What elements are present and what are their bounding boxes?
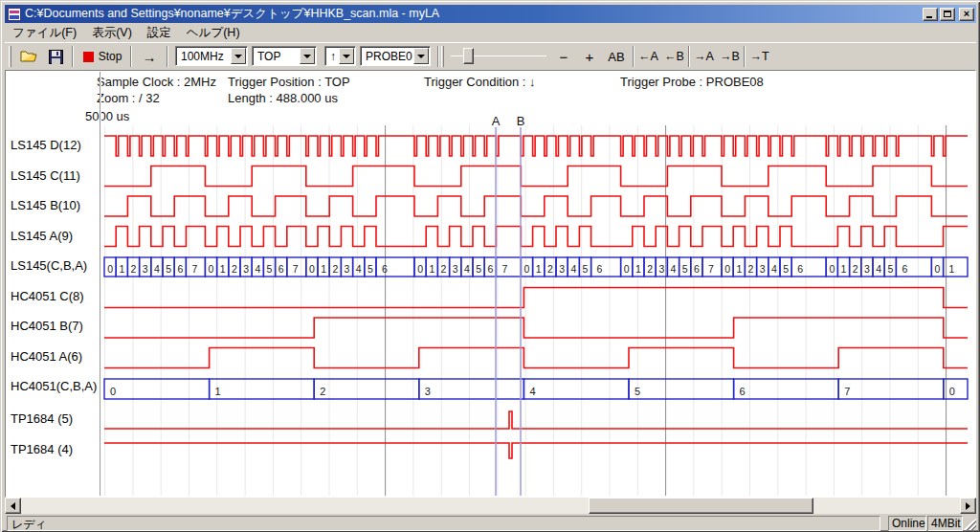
bus-ls145-value: 7 xyxy=(191,263,197,275)
bus-ls145-value: 5 xyxy=(166,263,171,275)
bus-ls145-value: 6 xyxy=(487,263,493,275)
bus-ls145-value: 2 xyxy=(332,263,338,275)
bus-ls145-value: 4 xyxy=(464,263,470,275)
bus-hc4051-value: 1 xyxy=(215,386,221,397)
trace-hc4051-c xyxy=(104,288,968,308)
bus-ls145-value: 0 xyxy=(417,263,423,275)
bus-ls145-value: 1 xyxy=(635,263,641,275)
bus-ls145-value: 4 xyxy=(671,263,677,275)
bus-ls145-value: 1 xyxy=(736,263,742,275)
bus-ls145-value: 7 xyxy=(501,263,507,275)
bus-ls145-value: 5 xyxy=(583,263,589,275)
status-bar: レディ Online 4MBit xyxy=(5,516,976,531)
bus-ls145-value: 3 xyxy=(143,263,148,275)
bus-ls145-value: 7 xyxy=(293,263,299,275)
waveform-display[interactable]: 0123456701234567012345601234567012345601… xyxy=(1,1,980,532)
bus-hc4051-value: 2 xyxy=(320,386,325,397)
bus-ls145-value: 4 xyxy=(876,263,881,275)
trace-hc4051-a xyxy=(104,348,968,368)
bus-hc4051-value: 0 xyxy=(949,386,955,397)
status-online: Online xyxy=(888,516,926,531)
bus-ls145-value: 0 xyxy=(107,263,113,275)
bus-ls145-value: 2 xyxy=(853,263,858,275)
bus-ls145-value: 1 xyxy=(321,263,326,275)
bus-ls145-value: 5 xyxy=(887,263,893,275)
bus-ls145-value: 3 xyxy=(658,263,664,275)
bus-ls145-value: 5 xyxy=(783,263,789,275)
trace-ls145-a xyxy=(104,227,968,247)
trace-ls145-d xyxy=(104,136,968,156)
bus-ls145-value: 7 xyxy=(708,263,714,275)
bus-ls145-value: 6 xyxy=(278,263,284,275)
bus-ls145-value: 6 xyxy=(382,263,388,275)
bus-ls145-value: 2 xyxy=(647,263,653,275)
bus-ls145-value: 1 xyxy=(220,263,226,275)
scroll-left-button[interactable] xyxy=(5,498,21,514)
bus-ls145-value: 3 xyxy=(864,263,870,275)
bus-hc4051-value: 4 xyxy=(529,386,535,397)
bus-hc4051 xyxy=(104,379,210,399)
bus-hc4051-value: 0 xyxy=(110,386,116,397)
bus-ls145-value: 2 xyxy=(131,263,137,275)
trace-ls145-c xyxy=(104,166,968,187)
bus-ls145-value: 0 xyxy=(724,263,730,275)
bus-hc4051 xyxy=(523,379,629,399)
bus-ls145-value: 5 xyxy=(476,263,481,275)
bus-hc4051-value: 6 xyxy=(740,386,746,397)
bus-ls145-value: 4 xyxy=(570,263,576,275)
bus-hc4051 xyxy=(629,379,734,399)
status-memory: 4MBit xyxy=(927,516,963,531)
left-arrow-icon xyxy=(11,502,15,510)
bus-ls145-value: 0 xyxy=(935,263,941,275)
status-message: レディ xyxy=(7,516,880,531)
bus-ls145-value: 0 xyxy=(524,263,530,275)
bus-ls145-value: 0 xyxy=(209,263,214,275)
bus-ls145-value: 2 xyxy=(232,263,237,275)
trace-ls145-b xyxy=(104,196,968,216)
bus-ls145-value: 6 xyxy=(694,263,700,275)
trace-hc4051-b xyxy=(104,318,968,338)
bus-ls145-value: 2 xyxy=(748,263,754,275)
horizontal-scrollbar[interactable] xyxy=(5,498,976,514)
bus-ls145-value: 6 xyxy=(597,263,603,275)
bus-ls145-value: 0 xyxy=(829,263,835,275)
bus-ls145-value: 5 xyxy=(682,263,688,275)
trace-tp1684-4 xyxy=(104,443,968,458)
resize-grip[interactable] xyxy=(964,518,976,530)
trace-tp1684-5 xyxy=(104,411,968,429)
bus-hc4051 xyxy=(210,379,315,399)
bus-ls145-value: 6 xyxy=(797,263,803,275)
bus-ls145-value: 2 xyxy=(441,263,447,275)
bus-ls145-value: 3 xyxy=(559,263,565,275)
bus-ls145-value: 2 xyxy=(547,263,553,275)
bus-ls145-value: 1 xyxy=(429,263,434,275)
bus-hc4051-value: 3 xyxy=(425,386,431,397)
bus-ls145-value: 3 xyxy=(243,263,249,275)
bus-ls145-value: 1 xyxy=(536,263,542,275)
bus-ls145-value: 3 xyxy=(453,263,458,275)
bus-ls145-value: 4 xyxy=(255,263,260,275)
bus-hc4051 xyxy=(944,379,968,399)
bus-ls145-value: 5 xyxy=(368,263,373,275)
scroll-right-button[interactable] xyxy=(960,498,976,514)
bus-ls145-value: 4 xyxy=(771,263,777,275)
bus-ls145 xyxy=(944,257,968,277)
scrollbar-thumb[interactable] xyxy=(589,498,813,514)
bus-ls145-value: 1 xyxy=(841,263,847,275)
bus-hc4051-value: 5 xyxy=(635,386,640,397)
bus-hc4051 xyxy=(838,379,944,399)
bus-ls145-value: 0 xyxy=(309,263,315,275)
bus-hc4051 xyxy=(314,379,419,399)
bus-ls145-value: 3 xyxy=(345,263,350,275)
bus-ls145 xyxy=(591,257,621,277)
bus-ls145-value: 0 xyxy=(624,263,630,275)
bus-hc4051 xyxy=(419,379,524,399)
bus-ls145-value: 6 xyxy=(902,263,907,275)
bus-ls145-value: 1 xyxy=(949,263,955,275)
bus-ls145-value: 3 xyxy=(760,263,766,275)
bus-ls145-value: 1 xyxy=(119,263,124,275)
bus-ls145-value: 5 xyxy=(267,263,273,275)
bus-ls145-value: 6 xyxy=(177,263,183,275)
app-window: C:¥Documents and Settings¥noname¥デスクトップ¥… xyxy=(0,0,980,532)
bus-hc4051-value: 7 xyxy=(844,386,850,397)
